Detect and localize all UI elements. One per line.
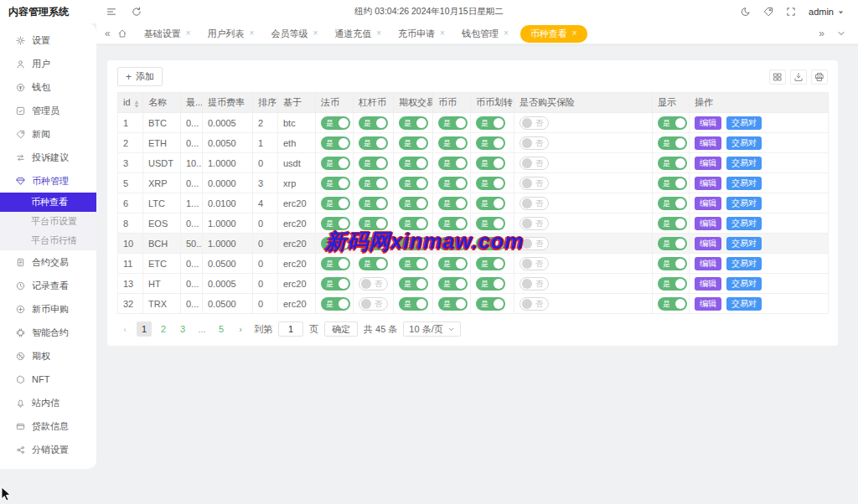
per-page-select[interactable]: 10 条/页 bbox=[403, 321, 460, 337]
toggle-transfer[interactable]: 是 bbox=[476, 157, 505, 170]
toggle-fiat[interactable]: 是 bbox=[321, 257, 350, 270]
fullscreen-icon[interactable] bbox=[786, 7, 796, 17]
edit-button[interactable]: 编辑 bbox=[695, 297, 721, 311]
toggle-leverage[interactable]: 是 bbox=[359, 157, 388, 170]
sidebar-subitem-coin-view[interactable]: 币种查看 bbox=[0, 193, 96, 212]
trade-pair-button[interactable]: 交易对 bbox=[726, 297, 762, 311]
toggle-fiat[interactable]: 是 bbox=[321, 116, 350, 130]
page-prev-button[interactable]: ‹ bbox=[117, 321, 132, 337]
theme-moon-icon[interactable] bbox=[741, 7, 751, 17]
trade-pair-button[interactable]: 交易对 bbox=[726, 197, 762, 210]
toggle-option[interactable]: 是 bbox=[399, 177, 428, 190]
edit-button[interactable]: 编辑 bbox=[695, 257, 721, 270]
toggle-show[interactable]: 是 bbox=[658, 116, 687, 130]
toggle-transfer[interactable]: 是 bbox=[476, 257, 505, 270]
toggle-transfer[interactable]: 是 bbox=[476, 177, 505, 190]
sidebar-subitem-platform-coin-market[interactable]: 平台币行情 bbox=[0, 231, 96, 250]
sidebar-item-wallet[interactable]: 钱包 bbox=[0, 75, 96, 99]
toggle-option[interactable]: 是 bbox=[399, 197, 428, 210]
toggle-option[interactable]: 是 bbox=[399, 277, 428, 291]
trade-pair-button[interactable]: 交易对 bbox=[726, 277, 762, 291]
sidebar-item-loan-info[interactable]: 贷款信息 bbox=[0, 414, 96, 438]
hamburger-menu-icon[interactable] bbox=[106, 7, 116, 17]
toggle-fiat[interactable]: 是 bbox=[321, 217, 350, 230]
edit-button[interactable]: 编辑 bbox=[695, 237, 721, 250]
tag-icon[interactable] bbox=[763, 7, 773, 17]
toggle-leverage[interactable]: 是 bbox=[359, 257, 388, 270]
toggle-leverage[interactable]: 是 bbox=[359, 136, 388, 150]
sidebar-item-coin-manage[interactable]: 币种管理 bbox=[0, 169, 96, 193]
edit-button[interactable]: 编辑 bbox=[695, 177, 721, 190]
trade-pair-button[interactable]: 交易对 bbox=[726, 116, 762, 130]
close-icon[interactable]: × bbox=[376, 29, 381, 38]
toggle-fiat[interactable]: 是 bbox=[321, 197, 350, 210]
close-icon[interactable]: × bbox=[186, 29, 191, 38]
toggle-spot[interactable]: 是 bbox=[438, 237, 468, 250]
toggle-spot[interactable]: 是 bbox=[438, 116, 468, 130]
edit-button[interactable]: 编辑 bbox=[695, 217, 721, 230]
close-icon[interactable]: × bbox=[250, 29, 255, 38]
toggle-show[interactable]: 是 bbox=[658, 217, 687, 230]
toggle-insurance[interactable]: 否 bbox=[519, 136, 549, 150]
trade-pair-button[interactable]: 交易对 bbox=[726, 136, 762, 150]
toggle-transfer[interactable]: 是 bbox=[476, 297, 505, 311]
sidebar-item-contract-trade[interactable]: 合约交易 bbox=[0, 250, 96, 274]
toggle-show[interactable]: 是 bbox=[658, 257, 687, 270]
toggle-spot[interactable]: 是 bbox=[438, 197, 468, 210]
edit-button[interactable]: 编辑 bbox=[695, 277, 721, 291]
toggle-insurance[interactable]: 否 bbox=[519, 277, 549, 291]
sidebar-item-new-coin[interactable]: 新币申购 bbox=[0, 297, 96, 321]
sidebar-item-admins[interactable]: 管理员 bbox=[0, 99, 96, 122]
toggle-leverage[interactable]: 是 bbox=[359, 197, 388, 210]
toggle-spot[interactable]: 是 bbox=[438, 136, 468, 150]
tab-channel-recharge[interactable]: 通道充值× bbox=[326, 23, 390, 44]
toggle-show[interactable]: 是 bbox=[658, 197, 687, 210]
toggle-option[interactable]: 是 bbox=[399, 116, 428, 130]
sidebar-item-nft[interactable]: NFT bbox=[0, 368, 96, 391]
filter-columns-icon[interactable] bbox=[769, 69, 786, 85]
sidebar-item-feedback[interactable]: 投诉建议 bbox=[0, 146, 96, 169]
toggle-insurance[interactable]: 否 bbox=[519, 197, 549, 210]
toggle-transfer[interactable]: 是 bbox=[476, 237, 505, 250]
toggle-show[interactable]: 是 bbox=[658, 136, 687, 150]
edit-button[interactable]: 编辑 bbox=[695, 116, 721, 130]
toggle-spot[interactable]: 是 bbox=[438, 177, 468, 190]
sidebar-item-users[interactable]: 用户 bbox=[0, 52, 96, 75]
toggle-insurance[interactable]: 否 bbox=[519, 297, 549, 311]
sidebar-item-news[interactable]: 新闻 bbox=[0, 122, 96, 146]
edit-button[interactable]: 编辑 bbox=[695, 136, 721, 150]
toggle-option[interactable]: 是 bbox=[399, 217, 428, 230]
page-button-1[interactable]: 1 bbox=[137, 321, 152, 337]
toggle-leverage[interactable]: 否 bbox=[359, 277, 388, 291]
toggle-insurance[interactable]: 否 bbox=[519, 116, 549, 130]
toggle-show[interactable]: 是 bbox=[658, 297, 687, 311]
export-icon[interactable] bbox=[790, 69, 807, 85]
toggle-option[interactable]: 是 bbox=[399, 237, 428, 250]
trade-pair-button[interactable]: 交易对 bbox=[726, 217, 762, 230]
page-next-button[interactable]: › bbox=[233, 321, 248, 337]
toggle-transfer[interactable]: 是 bbox=[476, 277, 505, 291]
toggle-spot[interactable]: 是 bbox=[438, 297, 468, 311]
page-button-2[interactable]: 2 bbox=[156, 321, 171, 337]
sidebar-item-settings[interactable]: 设置 bbox=[0, 28, 96, 52]
tab-basic-settings[interactable]: 基础设置× bbox=[136, 23, 199, 44]
add-button[interactable]: + 添加 bbox=[117, 67, 163, 86]
close-icon[interactable]: × bbox=[313, 29, 318, 38]
toggle-fiat[interactable]: 是 bbox=[321, 277, 350, 291]
toggle-show[interactable]: 是 bbox=[658, 237, 687, 250]
toggle-leverage[interactable]: 否 bbox=[359, 297, 388, 311]
toggle-option[interactable]: 是 bbox=[399, 257, 428, 270]
trade-pair-button[interactable]: 交易对 bbox=[726, 237, 762, 250]
toggle-leverage[interactable]: 是 bbox=[359, 237, 388, 250]
trade-pair-button[interactable]: 交易对 bbox=[726, 257, 762, 270]
toggle-transfer[interactable]: 是 bbox=[476, 116, 505, 130]
sidebar-item-smart-contract[interactable]: 智能合约 bbox=[0, 321, 96, 344]
toggle-fiat[interactable]: 是 bbox=[321, 136, 350, 150]
column-header-id[interactable]: id▲▼ bbox=[118, 93, 143, 113]
confirm-button[interactable]: 确定 bbox=[324, 321, 358, 337]
refresh-icon[interactable] bbox=[132, 7, 142, 17]
chevrons-right-icon[interactable]: » bbox=[819, 28, 824, 39]
toggle-leverage[interactable]: 是 bbox=[359, 217, 388, 230]
toggle-transfer[interactable]: 是 bbox=[476, 136, 505, 150]
page-button-3[interactable]: 3 bbox=[175, 321, 190, 337]
